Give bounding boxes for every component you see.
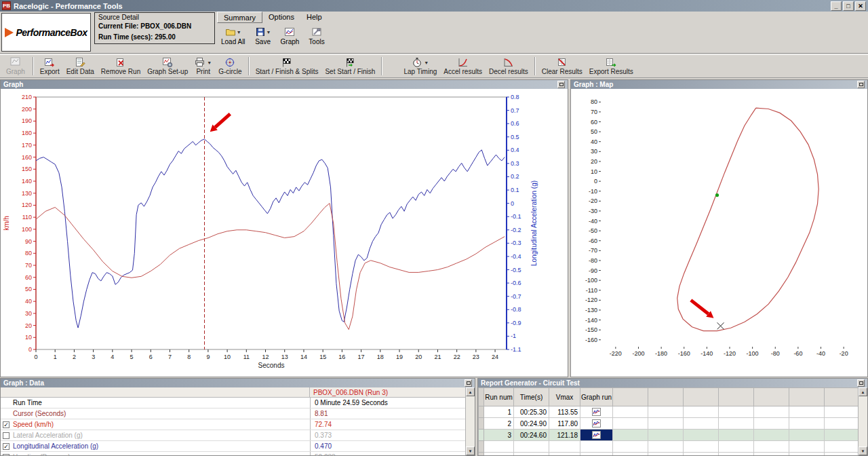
dropdown-arrow-icon[interactable]: ▼ (424, 60, 429, 65)
panel-menu-button[interactable] (465, 379, 472, 387)
svg-text:6: 6 (149, 354, 153, 360)
close-button[interactable]: ✕ (855, 1, 866, 11)
report-row[interactable]: 2 00:24.90 117.80 (479, 418, 860, 430)
report-scrollbar[interactable]: ▲ ▼ (858, 387, 867, 455)
svg-text:200: 200 (22, 106, 32, 113)
svg-text:-40: -40 (589, 218, 597, 225)
dropdown-arrow-icon[interactable]: ▼ (237, 30, 241, 35)
scroll-up-icon[interactable]: ▲ (859, 387, 867, 396)
svg-text:0.3: 0.3 (511, 160, 519, 167)
toolbar-gap (385, 56, 400, 77)
print-button[interactable]: ▼ Print (191, 56, 215, 77)
lap-timing-button[interactable]: ▼ Lap Timing (400, 56, 440, 77)
col-run-num[interactable]: Run num (484, 388, 514, 406)
tools-icon (311, 26, 322, 37)
col-graph-run[interactable]: Graph run (580, 388, 613, 406)
row-checkbox[interactable]: ✓ (3, 443, 9, 450)
svg-text:4: 4 (111, 354, 114, 360)
col-time[interactable]: Time(s) (514, 388, 549, 406)
data-scrollbar[interactable]: ▲ ▼ (465, 387, 475, 455)
menu-summary[interactable]: Summary (217, 12, 262, 23)
window-title: Racelogic - Performance Tools (14, 2, 123, 10)
svg-text:160: 160 (22, 154, 32, 161)
svg-text:13: 13 (281, 354, 288, 360)
scroll-down-icon[interactable]: ▼ (859, 446, 867, 455)
graph-setup-button[interactable]: Graph Set-up (144, 56, 191, 77)
svg-text:-60: -60 (793, 350, 802, 357)
svg-text:km/h: km/h (3, 216, 10, 231)
g-circle-button[interactable]: G-circle (215, 56, 245, 77)
speed-accel-chart[interactable]: 0102030405060708090100110120130140150160… (1, 89, 568, 377)
report-generator-panel: Report Generator - Circuit Test Run num … (477, 378, 868, 456)
scroll-down-icon[interactable]: ▼ (466, 446, 475, 455)
data-row-speed[interactable]: ✓ Speed (km/h) 72.74 (1, 419, 475, 430)
row-checkbox[interactable] (3, 454, 9, 456)
data-panel-title: Graph : Data (3, 379, 44, 387)
svg-text:150: 150 (22, 166, 32, 172)
edit-data-button[interactable]: Edit Data (63, 56, 98, 77)
save-button[interactable]: ▼ Save (252, 24, 274, 47)
row-checkbox[interactable] (3, 432, 9, 439)
remove-run-button[interactable]: Remove Run (98, 56, 144, 77)
svg-text:14: 14 (300, 354, 307, 360)
load-all-label: Load All (221, 38, 245, 45)
data-row-heading[interactable]: Heading (Degrees) 52.233 (1, 452, 475, 456)
svg-text:-1.1: -1.1 (511, 346, 521, 353)
svg-text:7: 7 (168, 354, 172, 360)
graph-run-cell[interactable] (580, 406, 613, 418)
svg-text:-220: -220 (610, 350, 622, 357)
accel-results-button[interactable]: Accel results (440, 56, 486, 77)
data-row-cursor[interactable]: Cursor (Seconds) 8.81 (1, 408, 475, 419)
scroll-up-icon[interactable]: ▲ (466, 387, 475, 396)
save-label: Save (255, 38, 271, 45)
graph-button[interactable]: Graph (278, 24, 302, 47)
row-checkbox[interactable]: ✓ (3, 421, 9, 428)
data-row-run-time[interactable]: Run Time 0 Minute 24.59 Seconds (1, 398, 475, 408)
graph-run-cell[interactable] (580, 418, 613, 430)
svg-text:-60: -60 (589, 238, 597, 244)
svg-text:16: 16 (338, 354, 345, 360)
svg-text:0.8: 0.8 (511, 94, 519, 100)
data-row-longitudinal-accel[interactable]: ✓ Longitudinal Acceleration (g) 0.470 (1, 441, 475, 452)
svg-text:21: 21 (434, 354, 441, 360)
panel-menu-button[interactable] (557, 81, 565, 88)
svg-text:80: 80 (591, 98, 597, 105)
edit-data-label: Edit Data (66, 68, 94, 75)
report-row[interactable]: 3 00:24.60 121.18 (479, 430, 860, 441)
panel-menu-button[interactable] (857, 81, 865, 88)
report-row[interactable]: 1 00:25.30 113.55 (479, 406, 860, 418)
svg-text:-40: -40 (816, 350, 825, 357)
menu-options[interactable]: Options (262, 12, 300, 23)
data-column-header[interactable]: PBOX_006.DBN (Run 3) (310, 387, 475, 397)
decel-results-button[interactable]: Decel results (486, 56, 532, 77)
col-vmax[interactable]: Vmax (549, 388, 580, 406)
source-detail-title: Source Detail (98, 14, 211, 22)
tools-button[interactable]: Tools (306, 24, 327, 47)
summary-toolbar: ▼ Load All ▼ Save Graph Tools (218, 24, 328, 52)
load-all-button[interactable]: ▼ Load All (218, 24, 248, 47)
panel-menu-button[interactable] (857, 379, 865, 387)
start-finish-splits-button[interactable]: Start / Finish & Splits (252, 56, 322, 77)
graph-run-cell[interactable] (580, 430, 613, 441)
report-panel-titlebar: Report Generator - Circuit Test (478, 379, 867, 387)
minimize-button[interactable]: _ (831, 1, 842, 11)
maximize-button[interactable]: □ (843, 1, 854, 11)
data-row-label: Lateral Acceleration (g) (12, 432, 310, 439)
svg-text:-130: -130 (585, 307, 597, 314)
export-results-label: Export Results (589, 68, 633, 75)
export-results-button[interactable]: Export Results (586, 56, 637, 77)
lap-timing-label: Lap Timing (403, 68, 437, 75)
set-start-finish-button[interactable]: Set Start / Finish (321, 56, 378, 77)
remove-run-icon (115, 57, 126, 68)
data-row-lateral-accel[interactable]: Lateral Acceleration (g) 0.373 (1, 430, 475, 441)
svg-text:-70: -70 (589, 247, 597, 254)
track-map-chart[interactable]: -160-150-140-130-120-110-100-90-80-70-60… (571, 89, 867, 377)
dropdown-arrow-icon[interactable]: ▼ (267, 30, 271, 35)
menu-help[interactable]: Help (300, 12, 328, 23)
dropdown-arrow-icon[interactable]: ▼ (207, 60, 212, 65)
run-num-cell: 2 (484, 418, 514, 430)
svg-text:-0.1: -0.1 (511, 213, 521, 220)
clear-results-button[interactable]: Clear Results (538, 56, 586, 77)
toolbar-separator (534, 57, 536, 75)
export-button[interactable]: Export (37, 56, 63, 77)
